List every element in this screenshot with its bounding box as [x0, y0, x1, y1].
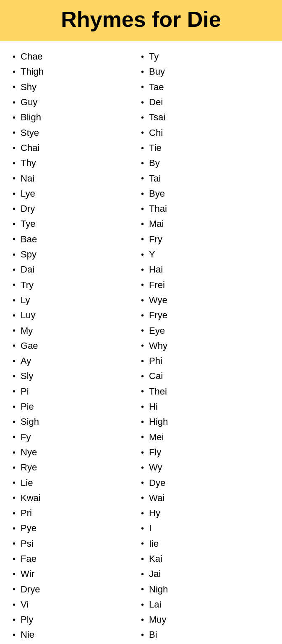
list-item: Y: [141, 247, 269, 262]
list-item: Thai: [141, 201, 269, 216]
list-item: Wye: [141, 293, 269, 308]
right-column: TyBuyTaeDeiTsaiChiTieByTaiByeThaiMaiFryY…: [141, 49, 269, 644]
list-item: My: [13, 323, 141, 338]
list-item: Pi: [13, 384, 141, 399]
list-item: Hy: [141, 506, 269, 521]
list-item: Hi: [141, 399, 269, 414]
list-item: Fly: [141, 445, 269, 460]
list-item: Wir: [13, 566, 141, 582]
list-item: Nie: [13, 627, 141, 642]
list-item: Bligh: [13, 110, 141, 125]
list-item: Sigh: [13, 414, 141, 429]
list-item: Drye: [13, 582, 141, 597]
left-column: ChaeThighShyGuyBlighStyeChaiThyNaiLyeDry…: [13, 49, 141, 644]
list-item: Muy: [141, 612, 269, 627]
rhymes-columns: ChaeThighShyGuyBlighStyeChaiThyNaiLyeDry…: [13, 49, 269, 644]
list-item: Fy: [13, 430, 141, 445]
list-item: Bae: [13, 232, 141, 247]
list-item: Tai: [141, 171, 269, 186]
page-header: Rhymes for Die: [0, 0, 282, 41]
list-item: Chi: [141, 125, 269, 140]
list-item: Thy: [13, 156, 141, 171]
list-item: Luy: [13, 308, 141, 323]
list-item: Nigh: [141, 582, 269, 597]
list-item: Jai: [141, 566, 269, 582]
list-item: Frei: [141, 278, 269, 293]
list-item: Ply: [13, 612, 141, 627]
list-item: Tye: [13, 216, 141, 231]
list-item: Gae: [13, 338, 141, 353]
list-item: Psi: [13, 536, 141, 551]
list-item: Try: [13, 278, 141, 293]
list-item: Kwai: [13, 491, 141, 506]
list-item: Pie: [13, 399, 141, 414]
list-item: Frye: [141, 308, 269, 323]
list-item: Dye: [141, 475, 269, 491]
list-item: Why: [141, 338, 269, 353]
list-item: Pri: [13, 506, 141, 521]
list-item: Ay: [13, 353, 141, 369]
list-item: Thigh: [13, 64, 141, 79]
list-item: Thei: [141, 384, 269, 399]
list-item: Rye: [13, 460, 141, 475]
list-item: Iie: [141, 536, 269, 551]
list-item: Lai: [141, 597, 269, 612]
list-item: Eye: [141, 323, 269, 338]
page-title: Rhymes for Die: [10, 8, 272, 31]
list-item: Guy: [13, 95, 141, 110]
list-item: Tie: [141, 140, 269, 156]
list-item: Kai: [141, 551, 269, 566]
list-item: Nai: [13, 171, 141, 186]
list-item: Vi: [13, 597, 141, 612]
list-item: Chai: [13, 140, 141, 156]
list-item: Dei: [141, 95, 269, 110]
list-item: Dai: [13, 262, 141, 277]
list-item: Mei: [141, 430, 269, 445]
list-item: Lye: [13, 186, 141, 201]
list-item: Dry: [13, 201, 141, 216]
list-item: Ly: [13, 293, 141, 308]
list-item: Bye: [141, 186, 269, 201]
list-item: Tsai: [141, 110, 269, 125]
list-item: Lie: [13, 475, 141, 491]
list-item: I: [141, 521, 269, 536]
list-item: Buy: [141, 64, 269, 79]
list-item: Tae: [141, 80, 269, 95]
list-item: Hai: [141, 262, 269, 277]
list-item: Wai: [141, 491, 269, 506]
list-item: Stye: [13, 125, 141, 140]
list-item: Nye: [13, 445, 141, 460]
list-item: By: [141, 156, 269, 171]
list-item: Cai: [141, 369, 269, 384]
list-item: Sly: [13, 369, 141, 384]
list-item: Fae: [13, 551, 141, 566]
list-item: Ty: [141, 49, 269, 64]
main-content: ChaeThighShyGuyBlighStyeChaiThyNaiLyeDry…: [0, 41, 282, 644]
list-item: Wy: [141, 460, 269, 475]
list-item: Phi: [141, 353, 269, 369]
list-item: High: [141, 414, 269, 429]
list-item: Shy: [13, 80, 141, 95]
list-item: Chae: [13, 49, 141, 64]
list-item: Bi: [141, 627, 269, 642]
list-item: Fry: [141, 232, 269, 247]
list-item: Spy: [13, 247, 141, 262]
list-item: Pye: [13, 521, 141, 536]
list-item: Mai: [141, 216, 269, 231]
